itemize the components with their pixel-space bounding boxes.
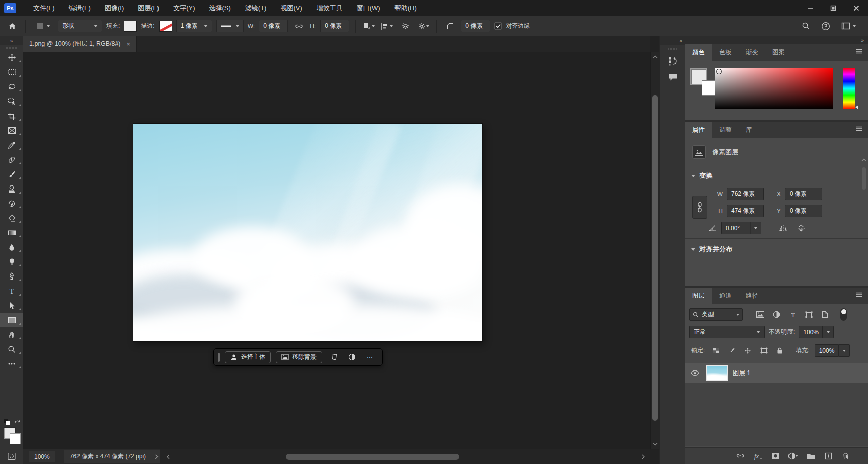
stroke-swatch[interactable]: [159, 21, 172, 32]
tool-eraser[interactable]: [0, 211, 23, 225]
horizontal-scroll-thumb[interactable]: [286, 454, 459, 460]
rotation-angle-select[interactable]: 0.00°: [721, 222, 761, 234]
saturation-brightness-field[interactable]: [715, 68, 833, 109]
width-value-input[interactable]: 762 像素: [727, 188, 764, 200]
history-panel-icon[interactable]: [660, 53, 686, 69]
flip-vertical-icon[interactable]: [797, 224, 806, 232]
collapse-tools-icon[interactable]: »: [0, 36, 23, 45]
tool-preset-picker[interactable]: [32, 20, 54, 33]
tool-dodge[interactable]: [0, 254, 23, 269]
blend-mode-select[interactable]: 正常: [689, 326, 765, 338]
tool-hand[interactable]: [0, 327, 23, 342]
shape-settings-gear-icon[interactable]: [416, 20, 430, 33]
shape-height-input[interactable]: 0 像素: [320, 20, 349, 32]
comments-panel-icon[interactable]: [660, 69, 686, 85]
menu-filter[interactable]: 滤镜(T): [239, 1, 273, 16]
y-value-input[interactable]: 0 像素: [785, 205, 822, 217]
link-wh-icon[interactable]: [692, 196, 707, 219]
lock-transparency-icon[interactable]: [710, 345, 721, 356]
tool-brush[interactable]: [0, 167, 23, 181]
add-layer-mask-icon[interactable]: [770, 451, 780, 461]
more-options-icon[interactable]: ···: [363, 351, 376, 363]
collapse-panels-icon[interactable]: »: [685, 36, 868, 44]
quick-mask-icon[interactable]: [0, 450, 23, 463]
horizontal-scrollbar[interactable]: [160, 449, 650, 464]
color-field-marker[interactable]: [716, 69, 722, 74]
layer-filtering-toggle[interactable]: [840, 308, 847, 321]
tab-swatches[interactable]: 色板: [712, 44, 739, 61]
properties-scroll-thumb[interactable]: [862, 167, 866, 190]
hue-slider-marker[interactable]: [855, 105, 858, 109]
shape-width-input[interactable]: 0 像素: [259, 20, 288, 32]
tool-eyedropper[interactable]: [0, 138, 23, 152]
tab-patterns[interactable]: 图案: [765, 44, 792, 61]
document-info[interactable]: 762 像素 x 474 像素 (72 ppi): [64, 450, 165, 463]
menu-edit[interactable]: 编辑(E): [63, 1, 97, 16]
tab-adjustments[interactable]: 调整: [712, 122, 739, 138]
menu-image[interactable]: 图像(I): [99, 1, 130, 16]
filter-smart-objects-icon[interactable]: [819, 309, 830, 320]
close-button[interactable]: [845, 0, 868, 16]
tool-pen[interactable]: [0, 269, 23, 284]
menu-file[interactable]: 文件(F): [27, 1, 61, 16]
minimize-button[interactable]: [799, 0, 822, 16]
tool-crop[interactable]: [0, 109, 23, 123]
layer-visibility-toggle[interactable]: [688, 370, 701, 376]
link-dimensions-icon[interactable]: [292, 20, 306, 33]
layer-thumbnail[interactable]: [706, 365, 728, 381]
tool-history-brush[interactable]: [0, 196, 23, 211]
tools-grip[interactable]: [0, 45, 23, 50]
tool-object-selection[interactable]: [0, 94, 23, 109]
tool-blur[interactable]: [0, 240, 23, 254]
new-adjustment-layer-icon[interactable]: [788, 451, 798, 461]
tab-properties[interactable]: 属性: [685, 122, 712, 138]
scroll-up-icon[interactable]: [861, 158, 866, 162]
scroll-right-icon[interactable]: [638, 454, 648, 459]
new-group-icon[interactable]: [806, 451, 816, 461]
create-adjustment-icon[interactable]: [345, 351, 358, 363]
menu-type[interactable]: 文字(Y): [167, 1, 201, 16]
tool-move[interactable]: [0, 50, 23, 65]
swap-colors-icon[interactable]: [14, 418, 21, 425]
path-operations-icon[interactable]: [362, 20, 376, 33]
path-arrangement-icon[interactable]: [398, 20, 412, 33]
menu-layer[interactable]: 图层(L): [132, 1, 165, 16]
tab-layers[interactable]: 图层: [685, 288, 712, 304]
height-value-input[interactable]: 474 像素: [727, 205, 764, 217]
taskbar-drag-handle[interactable]: [218, 353, 220, 362]
tool-frame[interactable]: [0, 123, 23, 138]
tab-channels[interactable]: 通道: [712, 288, 739, 304]
scroll-up-icon[interactable]: [651, 53, 660, 61]
panel-menu-icon[interactable]: [856, 49, 863, 54]
lock-position-icon[interactable]: [742, 345, 753, 356]
menu-help[interactable]: 帮助(H): [388, 1, 423, 16]
panel-menu-icon[interactable]: [856, 292, 863, 297]
tool-zoom[interactable]: [0, 342, 23, 356]
tool-clone-stamp[interactable]: [0, 181, 23, 196]
tool-rectangle[interactable]: [0, 313, 23, 327]
maximize-button[interactable]: [822, 0, 845, 16]
canvas-image-sky[interactable]: [133, 124, 482, 341]
tool-rectangular-marquee[interactable]: [0, 65, 23, 79]
workspace-switcher[interactable]: [841, 22, 856, 30]
align-edges-checkbox[interactable]: [494, 22, 502, 30]
filter-shape-layers-icon[interactable]: [803, 309, 814, 320]
zoom-level[interactable]: 100%: [29, 451, 55, 462]
transform-image-icon[interactable]: [327, 351, 340, 363]
tool-spot-healing-brush[interactable]: [0, 152, 23, 167]
remove-background-button[interactable]: 移除背景: [276, 351, 322, 363]
tool-lasso[interactable]: [0, 79, 23, 94]
shape-mode-select[interactable]: 形状: [58, 20, 102, 32]
flip-horizontal-icon[interactable]: [778, 224, 788, 232]
fill-select[interactable]: 100%: [815, 344, 850, 357]
link-layers-icon[interactable]: [735, 451, 745, 461]
lock-artboard-icon[interactable]: [758, 345, 769, 356]
path-alignment-icon[interactable]: [380, 20, 394, 33]
select-subject-button[interactable]: 选择主体: [225, 351, 271, 363]
strip-grip[interactable]: [660, 47, 685, 52]
lock-all-icon[interactable]: [774, 345, 785, 356]
tool-gradient[interactable]: [0, 225, 23, 240]
menu-window[interactable]: 窗口(W): [351, 1, 386, 16]
tab-color[interactable]: 颜色: [685, 44, 712, 61]
layer-name[interactable]: 图层 1: [733, 369, 750, 378]
